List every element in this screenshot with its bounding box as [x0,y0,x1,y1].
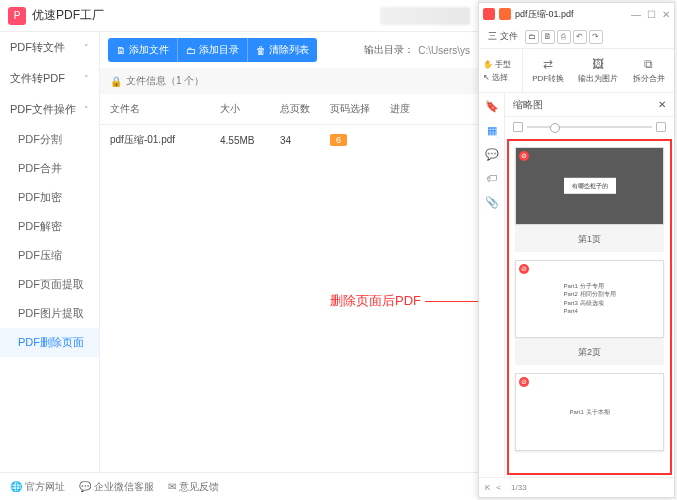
undo-icon[interactable]: ↶ [573,30,587,44]
sidebar-item-extract-image[interactable]: PDF图片提取 [0,299,99,328]
sidebar-group-pdf-to-file[interactable]: PDF转文件˅ [0,32,99,63]
delete-page-icon[interactable]: ⊘ [519,151,529,161]
wps-icon [483,8,495,20]
file-menu-button[interactable]: 三 文件 [483,28,523,45]
prev-page-icon[interactable]: K [485,483,490,492]
cell-filename: pdf压缩-01.pdf [110,133,220,147]
sidebar-item-compress[interactable]: PDF压缩 [0,241,99,270]
right-titlebar: pdf压缩-01.pdf — ☐ ✕ [479,3,674,25]
app-logo-icon: P [8,7,26,25]
thumbnail-page-2[interactable]: ⊘Part1 分子专用Part2 相同分割专用Part3 高级选项Part4 第… [515,260,664,365]
thumbnail-page-1[interactable]: ⊘有哪些框子的 第1页 [515,147,664,252]
redo-icon[interactable]: ↷ [589,30,603,44]
thumbnails-icon[interactable]: ▦ [485,123,499,137]
file-info-bar: 🔒 文件信息（1 个） [100,68,478,94]
pdf-convert-button[interactable]: ⇄PDF转换 [523,49,573,92]
clear-list-button[interactable]: 🗑清除列表 [247,38,317,62]
col-pages: 总页数 [280,102,330,116]
attachment-icon[interactable]: 📎 [485,195,499,209]
folder-plus-icon: 🗀 [186,45,196,56]
footer-feedback-link[interactable]: ✉ 意见反馈 [168,480,219,494]
viewer-filename: pdf压缩-01.pdf [515,8,574,21]
thumbnail-page-3[interactable]: ⊘Part1 关于本期 [515,373,664,451]
thumbnail-label: 第2页 [515,340,664,365]
viewer-statusbar: K < 1/33 [479,477,674,497]
image-icon: 🖼 [592,57,604,71]
col-page-select: 页码选择 [330,102,390,116]
prev-icon[interactable]: < [496,483,501,492]
sidebar: PDF转文件˅ 文件转PDF˅ PDF文件操作˄ PDF分割 PDF合并 PDF… [0,32,100,472]
sidebar-group-pdf-ops[interactable]: PDF文件操作˄ [0,94,99,125]
cell-page-select[interactable]: 6 [330,134,390,146]
thumbnail-zoom [505,117,674,137]
col-progress: 进度 [390,102,430,116]
thumbnail-list[interactable]: ⊘有哪些框子的 第1页 ⊘Part1 分子专用Part2 相同分割专用Part3… [507,139,672,475]
lock-icon: 🔒 [110,76,122,87]
cell-size: 4.55MB [220,135,280,146]
maximize-icon[interactable]: ☐ [647,9,656,20]
zoom-slider[interactable] [527,126,652,128]
select-tool-button[interactable]: ↖选择 [483,72,518,83]
thumbnail-panel: 缩略图 ✕ ⊘有哪些框子的 第1页 ⊘Part1 分子专用Part2 相同分割专… [505,93,674,477]
sidebar-item-extract-page[interactable]: PDF页面提取 [0,270,99,299]
convert-icon: ⇄ [543,57,553,71]
col-filename: 文件名 [110,102,220,116]
trash-icon: 🗑 [256,45,266,56]
sidebar-item-delete-page[interactable]: PDF删除页面 [0,328,99,357]
sidebar-item-split[interactable]: PDF分割 [0,125,99,154]
cell-pages: 34 [280,135,330,146]
close-icon[interactable]: ✕ [662,9,670,20]
pdf-file-icon [499,8,511,20]
chevron-down-icon: ˅ [84,43,89,53]
delete-page-icon[interactable]: ⊘ [519,264,529,274]
save-icon[interactable]: 🗎 [541,30,555,44]
file-plus-icon: 🗎 [116,45,126,56]
main-panel: 🗎添加文件 🗀添加目录 🗑清除列表 输出目录： C:\Users\ys 🔒 文件… [100,32,478,472]
zoom-large-icon[interactable] [656,122,666,132]
output-dir-path[interactable]: C:\Users\ys [418,45,470,56]
sidebar-item-encrypt[interactable]: PDF加密 [0,183,99,212]
thumbnail-panel-title: 缩略图 [513,98,543,112]
cursor-icon: ↖ [483,73,490,82]
split-icon: ⧉ [644,57,653,71]
zoom-small-icon[interactable] [513,122,523,132]
viewer-menubar: 三 文件 🗀 🗎 ⎙ ↶ ↷ [479,25,674,49]
pdf-viewer-window: pdf压缩-01.pdf — ☐ ✕ 三 文件 🗀 🗎 ⎙ ↶ ↷ ✋手型 ↖选… [478,2,675,498]
left-footer: 🌐 官方网址 💬 企业微信客服 ✉ 意见反馈 [0,472,478,500]
table-header: 文件名 大小 总页数 页码选择 进度 [100,94,478,125]
left-titlebar: P 优速PDF工厂 [0,0,478,32]
thumbnail-label: 第1页 [515,227,664,252]
add-file-button[interactable]: 🗎添加文件 [108,38,177,62]
comment-icon[interactable]: 💬 [485,147,499,161]
print-icon[interactable]: ⎙ [557,30,571,44]
delete-page-icon[interactable]: ⊘ [519,377,529,387]
bookmark-icon[interactable]: 🔖 [485,99,499,113]
page-indicator[interactable]: 1/33 [511,483,527,492]
toolbar: 🗎添加文件 🗀添加目录 🗑清除列表 输出目录： C:\Users\ys [100,32,478,68]
split-merge-button[interactable]: ⧉拆分合并 [624,49,674,92]
tag-icon[interactable]: 🏷 [485,171,499,185]
titlebar-blur [380,7,470,25]
export-image-button[interactable]: 🖼输出为图片 [573,49,623,92]
sidebar-item-merge[interactable]: PDF合并 [0,154,99,183]
viewer-toolbar: ✋手型 ↖选择 ⇄PDF转换 🖼输出为图片 ⧉拆分合并 [479,49,674,93]
viewer-side-strip: 🔖 ▦ 💬 🏷 📎 [479,93,505,477]
chevron-up-icon: ˄ [84,105,89,115]
file-info-label: 文件信息（1 个） [126,74,204,88]
minimize-icon[interactable]: — [631,9,641,20]
hand-icon: ✋ [483,60,493,69]
hand-tool-button[interactable]: ✋手型 [483,59,518,70]
chevron-down-icon: ˅ [84,74,89,84]
sidebar-item-decrypt[interactable]: PDF解密 [0,212,99,241]
annotation-label: 删除页面后PDF [330,292,495,310]
footer-wechat-link[interactable]: 💬 企业微信客服 [79,480,154,494]
table-row[interactable]: pdf压缩-01.pdf 4.55MB 34 6 [100,125,478,155]
app-title: 优速PDF工厂 [32,7,104,24]
pdf-factory-window: P 优速PDF工厂 PDF转文件˅ 文件转PDF˅ PDF文件操作˄ PDF分割… [0,0,478,500]
output-dir-label: 输出目录： [364,43,414,57]
add-dir-button[interactable]: 🗀添加目录 [177,38,247,62]
close-panel-icon[interactable]: ✕ [658,99,666,110]
footer-site-link[interactable]: 🌐 官方网址 [10,480,65,494]
open-icon[interactable]: 🗀 [525,30,539,44]
sidebar-group-file-to-pdf[interactable]: 文件转PDF˅ [0,63,99,94]
